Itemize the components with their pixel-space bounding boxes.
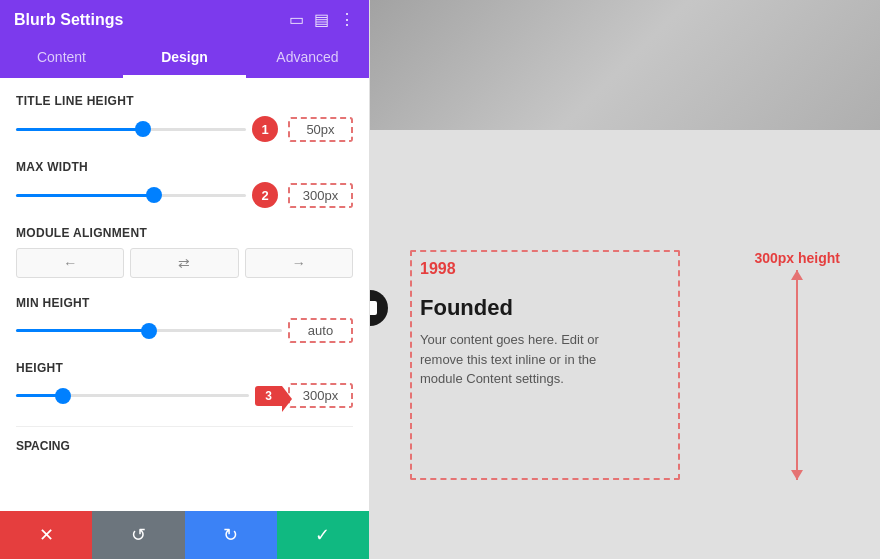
preview-year: 1998 (420, 260, 456, 278)
settings-panel: Blurb Settings ▭ ▤ ⋮ Content Design Adva… (0, 0, 370, 559)
module-alignment-label: Module Alignment (16, 226, 353, 240)
title-line-height-label: Title Line Height (16, 94, 353, 108)
spacing-divider (16, 426, 353, 427)
save-button[interactable]: ✓ (277, 511, 369, 559)
dots-icon[interactable]: ⋮ (339, 10, 355, 29)
title-line-height-slider[interactable] (16, 119, 246, 139)
min-height-slider[interactable] (16, 321, 282, 341)
preview-title: Founded (420, 295, 513, 321)
height-input[interactable]: 300px (288, 383, 353, 408)
panel-content: Title Line Height 1 50px Max Width (0, 78, 369, 511)
tab-design[interactable]: Design (123, 39, 246, 78)
max-width-control: 2 300px (16, 182, 353, 208)
module-alignment-row: Module Alignment ← ⇄ → (16, 226, 353, 278)
spacing-label: Spacing (16, 439, 353, 453)
grid-icon[interactable]: ▤ (314, 10, 329, 29)
height-row: Height 3 300px (16, 361, 353, 408)
height-annotation: 300px height (754, 250, 840, 480)
step-badge-1: 1 (252, 116, 278, 142)
header-icons: ▭ ▤ ⋮ (289, 10, 355, 29)
stop-square (370, 301, 377, 315)
stop-icon[interactable] (370, 290, 388, 326)
max-width-label: Max Width (16, 160, 353, 174)
step-badge-2: 2 (252, 182, 278, 208)
undo-button[interactable]: ↺ (92, 511, 184, 559)
step-badge-3: 3 (255, 386, 282, 406)
height-annotation-label: 300px height (754, 250, 840, 266)
title-line-height-row: Title Line Height 1 50px (16, 94, 353, 142)
height-label: Height (16, 361, 353, 375)
min-height-input[interactable]: auto (288, 318, 353, 343)
height-control: 3 300px (16, 383, 353, 408)
title-line-height-control: 1 50px (16, 116, 353, 142)
preview-panel: 1998 Founded Your content goes here. Edi… (370, 0, 880, 559)
max-width-input[interactable]: 300px (288, 183, 353, 208)
align-center-button[interactable]: ⇄ (130, 248, 238, 278)
bottom-toolbar: ✕ ↺ ↻ ✓ (0, 511, 369, 559)
min-height-row: Min Height auto (16, 296, 353, 343)
cancel-button[interactable]: ✕ (0, 511, 92, 559)
min-height-control: auto (16, 318, 353, 343)
height-slider[interactable] (16, 386, 249, 406)
tab-content[interactable]: Content (0, 39, 123, 78)
max-width-slider[interactable] (16, 185, 246, 205)
tab-advanced[interactable]: Advanced (246, 39, 369, 78)
align-right-button[interactable]: → (245, 248, 353, 278)
title-line-height-input[interactable]: 50px (288, 117, 353, 142)
height-arrow-line (796, 270, 798, 480)
alignment-controls: ← ⇄ → (16, 248, 353, 278)
panel-title: Blurb Settings (14, 11, 123, 29)
redo-button[interactable]: ↻ (185, 511, 277, 559)
preview-body: Your content goes here. Edit or remove t… (420, 330, 620, 389)
preview-background-image (370, 0, 880, 130)
copy-icon[interactable]: ▭ (289, 10, 304, 29)
panel-header: Blurb Settings ▭ ▤ ⋮ (0, 0, 369, 39)
tabs-row: Content Design Advanced (0, 39, 369, 78)
max-width-row: Max Width 2 300px (16, 160, 353, 208)
min-height-label: Min Height (16, 296, 353, 310)
align-left-button[interactable]: ← (16, 248, 124, 278)
